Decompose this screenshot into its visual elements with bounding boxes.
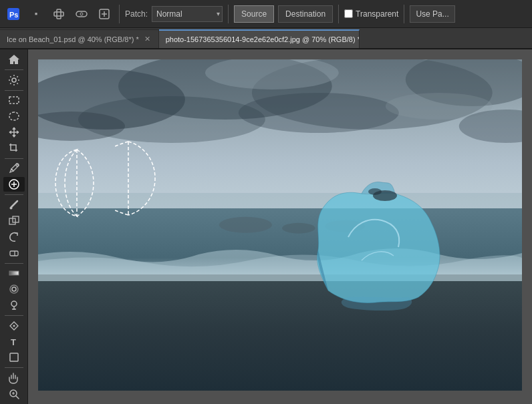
sidebar-eyedropper-icon[interactable] (3, 162, 25, 176)
sidebar-history-brush-icon[interactable] (3, 230, 25, 244)
svg-point-5 (80, 13, 83, 15)
square-icon[interactable]: ▪ (27, 5, 45, 23)
sidebar-separator-2 (5, 90, 23, 91)
beach-layer (38, 274, 522, 391)
sidebar-clone-icon[interactable] (3, 214, 25, 228)
sidebar-crop-icon[interactable] (3, 141, 25, 156)
canvas-area[interactable] (28, 49, 532, 404)
separator-3 (338, 5, 339, 23)
svg-rect-2 (54, 12, 63, 16)
sidebar-separator-1 (5, 69, 23, 70)
svg-point-17 (10, 285, 18, 293)
svg-rect-4 (76, 11, 87, 17)
separator-2 (228, 5, 229, 23)
sidebar-zoom-icon[interactable] (3, 387, 25, 401)
tab-ice-beach[interactable]: Ice on Beach_01.psd @ 40% (RGB/8*) * ✕ (0, 29, 159, 48)
sidebar-home-icon[interactable] (3, 52, 25, 67)
sidebar-separator-3 (5, 158, 23, 159)
transparent-checkbox-wrapper[interactable]: Transparent (344, 9, 398, 19)
sidebar-pen-icon[interactable] (3, 319, 25, 333)
svg-point-9 (16, 164, 19, 166)
svg-rect-14 (10, 251, 18, 256)
main-toolbar: Ps ▪ Patch: Normal Content-Aware Source … (0, 0, 532, 28)
heal-icon[interactable] (49, 5, 68, 23)
patch-label: Patch: (125, 9, 148, 19)
bandage-icon[interactable] (72, 5, 91, 23)
source-button[interactable]: Source (234, 5, 274, 23)
sidebar-separator-6 (5, 315, 23, 316)
sidebar-separator-4 (5, 194, 23, 195)
svg-rect-24 (10, 353, 18, 361)
sidebar-hand-icon[interactable] (3, 371, 25, 385)
patch-mode-select-wrapper[interactable]: Normal Content-Aware (152, 6, 223, 22)
svg-point-11 (9, 206, 12, 209)
tabs-bar: Ice on Beach_01.psd @ 40% (RGB/8*) * ✕ p… (0, 28, 532, 49)
sidebar-brush-icon[interactable] (3, 198, 25, 212)
sidebar-eraser-icon[interactable] (3, 246, 25, 260)
main-area: T (0, 49, 532, 404)
separator-4 (404, 5, 404, 23)
svg-text:T: T (11, 337, 16, 347)
sidebar-move-icon[interactable] (3, 125, 25, 140)
tab-ice-beach-close[interactable]: ✕ (143, 34, 152, 44)
svg-line-26 (16, 396, 19, 399)
svg-rect-16 (9, 271, 19, 275)
sidebar-separator-5 (5, 263, 23, 264)
svg-point-19 (11, 301, 17, 307)
sidebar-patch-heal-icon[interactable] (3, 177, 25, 192)
svg-point-18 (12, 287, 16, 291)
sidebar-separator-7 (5, 367, 23, 368)
transparent-checkbox[interactable] (344, 9, 353, 18)
ps-home-icon[interactable]: Ps (4, 5, 23, 23)
clouds-layer (38, 59, 522, 232)
sidebar-gradient-icon[interactable] (3, 266, 25, 280)
patch-icon[interactable] (95, 5, 114, 23)
patch-mode-select[interactable]: Normal Content-Aware (152, 6, 223, 22)
tab-ice-beach-label: Ice on Beach_01.psd @ 40% (RGB/8*) * (7, 35, 139, 43)
sidebar-text-icon[interactable]: T (3, 335, 25, 349)
sidebar-gear-icon[interactable] (3, 73, 25, 87)
transparent-label: Transparent (356, 9, 398, 19)
tools-sidebar: T (0, 49, 28, 404)
destination-button[interactable]: Destination (278, 5, 333, 23)
svg-point-32 (239, 93, 399, 133)
svg-rect-8 (9, 97, 19, 104)
sidebar-marquee-rect-icon[interactable] (3, 93, 25, 108)
svg-point-22 (13, 325, 15, 327)
tab-photo[interactable]: photo-1567365356014-9ce2e62e0cf2.jpg @ 7… (159, 29, 360, 48)
use-patch-button[interactable]: Use Pa... (410, 5, 454, 23)
sidebar-dodge-icon[interactable] (3, 298, 25, 313)
sidebar-blur-icon[interactable] (3, 282, 25, 296)
photo-canvas (38, 59, 522, 391)
sidebar-lasso-icon[interactable] (3, 109, 25, 124)
svg-text:Ps: Ps (9, 11, 18, 19)
svg-rect-3 (57, 9, 61, 19)
tab-photo-label: photo-1567365356014-9ce2e62e0cf2.jpg @ 7… (166, 35, 360, 43)
separator-1 (119, 5, 120, 23)
sidebar-shape-icon[interactable] (3, 351, 25, 365)
svg-point-7 (12, 78, 16, 82)
